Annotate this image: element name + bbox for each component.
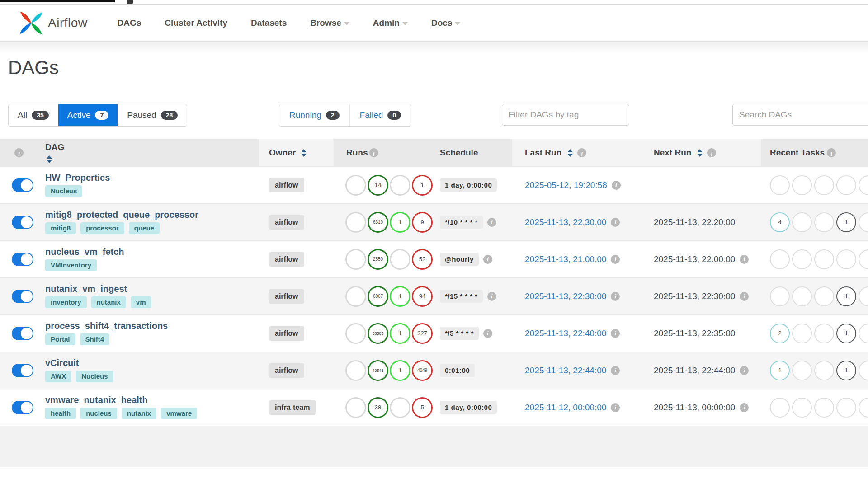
last-run-timestamp[interactable]: 2025-05-12, 19:20:58 bbox=[525, 180, 607, 190]
recent-task-circle[interactable] bbox=[792, 361, 812, 380]
dag-name-link[interactable]: process_shift4_transactions bbox=[45, 321, 168, 330]
filter-button-running[interactable]: Running2 bbox=[279, 104, 349, 126]
sort-icon[interactable] bbox=[567, 149, 573, 157]
recent-task-circle[interactable] bbox=[814, 212, 834, 232]
dag-tag-processor[interactable]: processor bbox=[80, 222, 124, 234]
recent-task-circle[interactable]: 2 bbox=[770, 324, 790, 343]
run-count-queued[interactable] bbox=[345, 212, 366, 233]
col-header-dag[interactable]: DAG bbox=[35, 139, 259, 166]
recent-task-circle[interactable] bbox=[792, 286, 812, 306]
dag-pause-toggle[interactable] bbox=[12, 364, 33, 377]
owner-badge[interactable]: airflow bbox=[269, 326, 304, 341]
last-run-timestamp[interactable]: 2025-11-13, 21:00:00 bbox=[525, 254, 606, 264]
recent-task-circle[interactable] bbox=[836, 249, 856, 269]
recent-task-circle[interactable] bbox=[836, 398, 856, 418]
run-count-running[interactable]: 1 bbox=[390, 360, 410, 381]
recent-task-circle[interactable]: 1 bbox=[836, 286, 856, 306]
recent-task-circle[interactable] bbox=[814, 361, 834, 380]
recent-task-circle[interactable]: 4 bbox=[770, 212, 790, 232]
run-count-success[interactable]: 6067 bbox=[368, 286, 388, 307]
dag-tag-vm[interactable]: vm bbox=[131, 296, 151, 308]
dag-tag-vminventory[interactable]: VMInventory bbox=[45, 259, 97, 271]
dag-pause-toggle[interactable] bbox=[12, 253, 33, 266]
dag-tag-portal[interactable]: Portal bbox=[45, 333, 75, 345]
col-header-next-run[interactable]: Next Run bbox=[641, 139, 761, 166]
run-count-success[interactable]: 14 bbox=[368, 175, 388, 196]
last-run-timestamp[interactable]: 2025-11-13, 22:30:00 bbox=[525, 217, 606, 227]
filter-tab-all[interactable]: All35 bbox=[9, 104, 58, 126]
tag-filter-input[interactable] bbox=[502, 104, 629, 126]
info-icon[interactable] bbox=[611, 255, 620, 264]
nav-item-dags[interactable]: DAGs bbox=[118, 18, 142, 28]
recent-task-circle[interactable] bbox=[836, 175, 856, 195]
recent-task-circle[interactable] bbox=[792, 175, 812, 195]
run-count-success[interactable]: 38 bbox=[368, 397, 388, 418]
run-count-running[interactable]: 1 bbox=[390, 323, 410, 344]
info-icon[interactable] bbox=[611, 366, 620, 375]
run-count-queued[interactable] bbox=[345, 360, 366, 381]
dag-tag-shift4[interactable]: Shift4 bbox=[80, 333, 110, 345]
dag-name-link[interactable]: nutanix_vm_ingest bbox=[45, 284, 127, 293]
dag-tag-health[interactable]: health bbox=[45, 408, 76, 419]
nav-item-datasets[interactable]: Datasets bbox=[251, 18, 287, 28]
dag-tag-nutanix[interactable]: nutanix bbox=[122, 408, 156, 419]
run-count-running[interactable] bbox=[390, 249, 410, 270]
dag-tag-nucleus[interactable]: Nucleus bbox=[45, 185, 82, 197]
dag-tag-awx[interactable]: AWX bbox=[45, 371, 71, 382]
owner-badge[interactable]: airflow bbox=[269, 252, 304, 267]
nav-item-cluster-activity[interactable]: Cluster Activity bbox=[165, 18, 227, 28]
recent-task-circle[interactable] bbox=[859, 212, 868, 232]
info-icon[interactable] bbox=[740, 292, 749, 301]
recent-task-circle[interactable] bbox=[814, 398, 834, 418]
run-count-success[interactable]: 49541 bbox=[368, 360, 388, 381]
recent-task-circle[interactable] bbox=[770, 175, 790, 195]
recent-task-circle[interactable] bbox=[859, 361, 868, 380]
info-icon[interactable] bbox=[707, 148, 716, 157]
sort-icon[interactable] bbox=[47, 155, 52, 163]
info-icon[interactable] bbox=[611, 329, 620, 338]
last-run-timestamp[interactable]: 2025-11-12, 00:00:00 bbox=[525, 403, 606, 413]
dag-pause-toggle[interactable] bbox=[12, 401, 33, 414]
nav-item-docs[interactable]: Docs bbox=[431, 18, 460, 28]
recent-task-circle[interactable] bbox=[859, 249, 868, 269]
recent-task-circle[interactable] bbox=[792, 398, 812, 418]
sort-icon[interactable] bbox=[697, 149, 703, 157]
dag-pause-toggle[interactable] bbox=[12, 178, 33, 192]
dag-pause-toggle[interactable] bbox=[12, 290, 33, 303]
recent-task-circle[interactable] bbox=[859, 286, 868, 306]
dag-tag-nutanix[interactable]: nutanix bbox=[91, 296, 126, 308]
recent-task-circle[interactable] bbox=[814, 286, 834, 306]
dag-name-link[interactable]: vmware_nutanix_health bbox=[45, 395, 148, 404]
info-icon[interactable] bbox=[369, 148, 378, 157]
dag-name-link[interactable]: vCircuit bbox=[45, 358, 79, 367]
recent-task-circle[interactable] bbox=[770, 286, 790, 306]
run-count-queued[interactable] bbox=[345, 249, 366, 270]
dag-tag-nucleus[interactable]: nucleus bbox=[80, 408, 117, 419]
run-count-queued[interactable] bbox=[345, 397, 366, 418]
info-icon[interactable] bbox=[487, 292, 496, 301]
col-header-last-run[interactable]: Last Run bbox=[512, 139, 641, 166]
info-icon[interactable] bbox=[740, 255, 749, 264]
info-icon[interactable] bbox=[611, 292, 620, 301]
recent-task-circle[interactable]: 1 bbox=[836, 361, 856, 380]
run-count-queued[interactable] bbox=[345, 323, 366, 344]
dag-tag-inventory[interactable]: inventory bbox=[45, 296, 87, 308]
owner-badge[interactable]: airflow bbox=[269, 289, 304, 304]
last-run-timestamp[interactable]: 2025-11-13, 22:40:00 bbox=[525, 328, 606, 338]
nav-item-browse[interactable]: Browse bbox=[310, 18, 349, 28]
recent-task-circle[interactable] bbox=[814, 175, 834, 195]
last-run-timestamp[interactable]: 2025-11-13, 22:30:00 bbox=[525, 291, 606, 301]
dag-tag-queue[interactable]: queue bbox=[129, 222, 160, 234]
recent-task-circle[interactable] bbox=[814, 249, 834, 269]
run-count-success[interactable]: 2550 bbox=[368, 249, 388, 270]
info-icon[interactable] bbox=[483, 255, 492, 264]
info-icon[interactable] bbox=[740, 366, 749, 375]
recent-task-circle[interactable] bbox=[792, 324, 812, 343]
recent-task-circle[interactable] bbox=[859, 175, 868, 195]
info-icon[interactable] bbox=[487, 218, 496, 227]
recent-task-circle[interactable] bbox=[792, 212, 812, 232]
owner-badge[interactable]: airflow bbox=[269, 178, 304, 192]
info-icon[interactable] bbox=[14, 148, 24, 157]
dag-pause-toggle[interactable] bbox=[12, 327, 33, 340]
dag-tag-vmware[interactable]: vmware bbox=[161, 408, 197, 419]
